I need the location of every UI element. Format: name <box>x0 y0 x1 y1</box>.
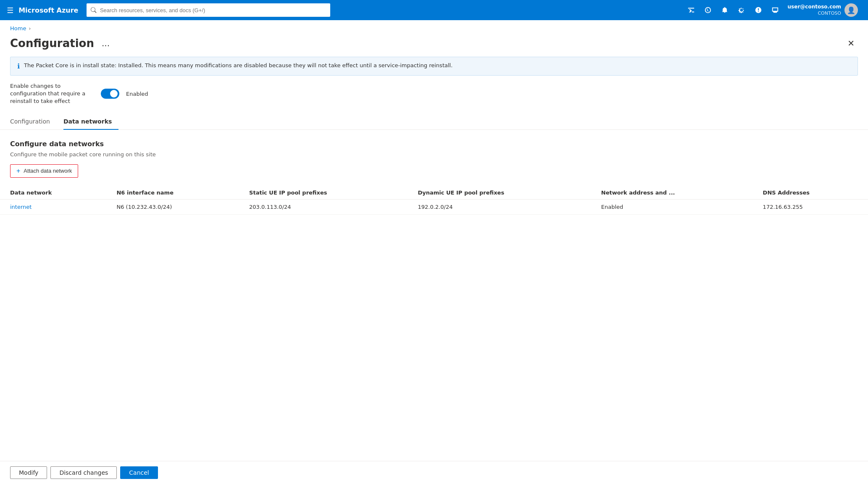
enable-changes-toggle[interactable] <box>101 89 119 99</box>
col-static-ue-ip: Static UE IP pool prefixes <box>239 186 408 200</box>
nav-icons: user@contoso.com CONTOSO 👤 <box>684 2 861 18</box>
attach-button-label: Attach data network <box>24 168 72 174</box>
hamburger-menu[interactable]: ☰ <box>7 6 13 15</box>
directory-icon[interactable] <box>700 3 715 18</box>
tab-configuration[interactable]: Configuration <box>10 114 57 130</box>
tabs: Configuration Data networks <box>0 114 868 130</box>
info-icon: ℹ <box>17 62 20 70</box>
cell-n6-interface: N6 (10.232.43.0/24) <box>106 199 239 214</box>
global-search-bar[interactable] <box>87 3 330 17</box>
more-options-button[interactable]: ... <box>99 37 112 49</box>
avatar: 👤 <box>844 3 858 17</box>
info-banner: ℹ The Packet Core is in install state: I… <box>10 57 858 76</box>
toggle-row: Enable changes to configuration that req… <box>0 82 868 114</box>
modify-button[interactable]: Modify <box>10 466 47 479</box>
col-n6-interface: N6 interface name <box>106 186 239 200</box>
close-button[interactable]: ✕ <box>844 37 858 50</box>
notifications-icon[interactable] <box>717 3 732 18</box>
discard-changes-button[interactable]: Discard changes <box>50 466 117 479</box>
cell-network-address: Enabled <box>591 199 753 214</box>
plus-icon: + <box>16 167 20 175</box>
settings-icon[interactable] <box>734 3 749 18</box>
col-dynamic-ue-ip: Dynamic UE IP pool prefixes <box>408 186 591 200</box>
col-data-network: Data network <box>0 186 106 200</box>
breadcrumb-home[interactable]: Home <box>10 25 26 32</box>
cell-data-network[interactable]: internet <box>0 199 106 214</box>
brand-name: Microsoft Azure <box>18 6 78 14</box>
user-profile[interactable]: user@contoso.com CONTOSO 👤 <box>784 2 861 18</box>
help-icon[interactable] <box>751 3 766 18</box>
cell-static-ue-ip: 203.0.113.0/24 <box>239 199 408 214</box>
attach-button-row: + Attach data network <box>0 164 868 186</box>
col-network-address: Network address and ... <box>591 186 753 200</box>
section-description: Configure the mobile packet core running… <box>0 151 868 164</box>
breadcrumb: Home › <box>0 20 868 35</box>
main-container: Home › Configuration ... ✕ ℹ The Packet … <box>0 20 868 484</box>
cell-dynamic-ue-ip: 192.0.2.0/24 <box>408 199 591 214</box>
info-banner-text: The Packet Core is in install state: Ins… <box>24 62 452 68</box>
user-email: user@contoso.com <box>788 4 841 11</box>
breadcrumb-separator: › <box>29 26 31 32</box>
page-header: Configuration ... ✕ <box>0 35 868 57</box>
user-org: CONTOSO <box>788 11 841 16</box>
section-title: Configure data networks <box>0 140 868 151</box>
data-networks-table: Data network N6 interface name Static UE… <box>0 186 868 215</box>
search-input[interactable] <box>100 7 326 13</box>
cell-dns-addresses: 172.16.63.255 <box>753 199 868 214</box>
page-title: Configuration <box>10 37 94 50</box>
toggle-state-text: Enabled <box>126 91 148 97</box>
footer: Modify Discard changes Cancel <box>0 461 868 484</box>
cloud-shell-icon[interactable] <box>684 3 699 18</box>
table-row: internet N6 (10.232.43.0/24) 203.0.113.0… <box>0 199 868 214</box>
search-icon <box>91 7 96 13</box>
feedback-icon[interactable] <box>768 3 783 18</box>
cancel-button[interactable]: Cancel <box>120 466 158 479</box>
col-dns-addresses: DNS Addresses <box>753 186 868 200</box>
tab-data-networks[interactable]: Data networks <box>63 114 118 130</box>
top-navigation: ☰ Microsoft Azure user@contoso.com CO <box>0 0 868 20</box>
attach-data-network-button[interactable]: + Attach data network <box>10 164 78 178</box>
toggle-label: Enable changes to configuration that req… <box>10 82 94 105</box>
